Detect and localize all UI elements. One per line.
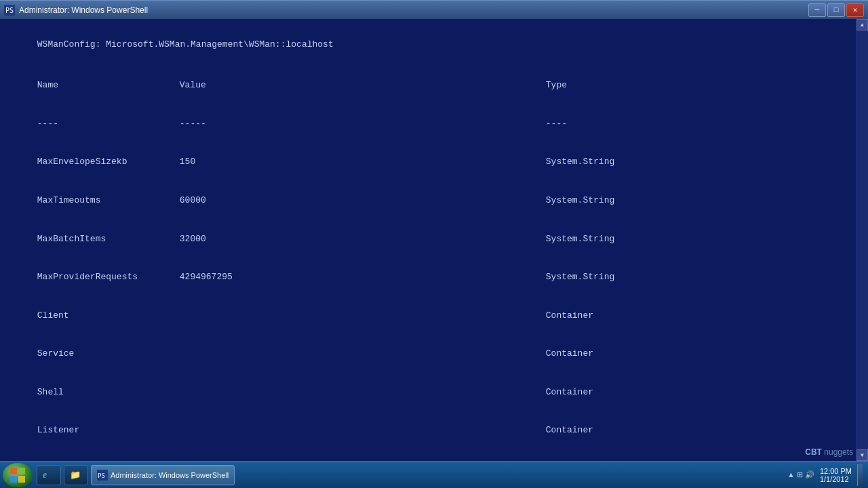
svg-rect-5 [18,476,25,483]
show-desktop-button[interactable] [857,464,863,486]
svg-rect-3 [18,468,25,474]
folder-icon: 📁 [70,470,81,480]
ie-taskbar-item[interactable]: e [37,465,61,485]
table-row: ListenerContainer [5,411,863,450]
powershell-task-icon: PS [97,470,108,481]
svg-text:PS: PS [98,472,105,479]
scrollbar[interactable]: ▲ ▼ [856,19,868,461]
table-row: PluginContainer [5,450,863,461]
powershell-taskbar-item[interactable]: PS Administrator: Windows PowerShell [91,465,235,485]
start-button[interactable] [3,463,33,487]
powershell-task-label: Administrator: Windows PowerShell [111,471,229,479]
wsmanconfig-path-1: WSManConfig: Microsoft.WSMan.Management\… [5,26,863,64]
table-row: MaxBatchItems32000System.String [5,220,863,259]
minimize-button[interactable]: ─ [808,3,826,17]
taskbar-items: e 📁 PS Administrator: Windows PowerShell [37,465,787,485]
svg-rect-2 [10,468,17,474]
close-button[interactable]: ✕ [846,3,864,17]
table1-header: NameValueType [5,67,863,106]
taskbar-right: ▲ ⊞ 🔊 12:00 PM1/1/2012 [787,464,865,486]
tray-icons: ▲ ⊞ 🔊 [787,470,814,479]
cbt-watermark: CBT nuggets [805,447,853,457]
table-row: MaxEnvelopeSizekb150System.String [5,144,863,182]
system-tray: ▲ ⊞ 🔊 12:00 PM1/1/2012 [787,467,852,483]
taskbar: e 📁 PS Administrator: Windows PowerShell… [0,461,868,488]
clock: 12:00 PM1/1/2012 [820,467,852,483]
table-row: ShellContainer [5,373,863,412]
table-row: MaxTimeoutms60000System.String [5,182,863,220]
svg-text:PS: PS [5,7,14,14]
scroll-up-button[interactable]: ▲ [856,19,868,30]
maximize-button[interactable]: □ [827,3,845,17]
terminal-area[interactable]: WSManConfig: Microsoft.WSMan.Management\… [0,19,868,461]
ie-icon: e [43,470,47,481]
table-row: ClientContainer [5,297,863,336]
table-row: ServiceContainer [5,335,863,373]
table-row: MaxProviderRequests4294967295System.Stri… [5,258,863,297]
powershell-icon: PS [4,5,15,16]
title-text: Administrator: Windows PowerShell [19,5,148,15]
explorer-taskbar-item[interactable]: 📁 [64,465,88,485]
title-buttons: ─ □ ✕ [808,3,864,17]
windows-logo-icon [9,466,26,484]
scroll-down-button[interactable]: ▼ [856,449,868,461]
table1-separator: ------------- [5,105,863,144]
title-bar: PS Administrator: Windows PowerShell ─ □… [0,0,868,19]
title-bar-left: PS Administrator: Windows PowerShell [4,5,148,16]
terminal-content: WSManConfig: Microsoft.WSMan.Management\… [5,22,863,461]
svg-rect-4 [10,476,17,483]
